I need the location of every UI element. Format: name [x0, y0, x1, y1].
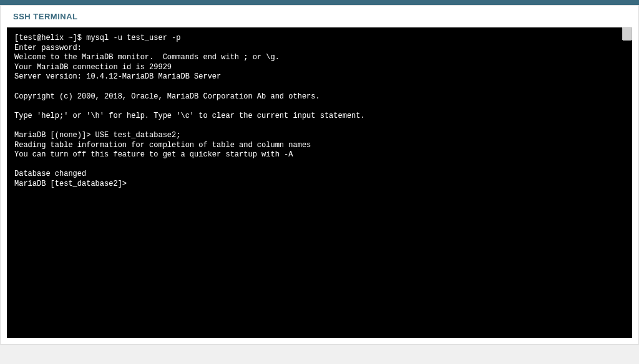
- terminal-line: Server version: 10.4.12-MariaDB MariaDB …: [14, 72, 221, 81]
- terminal-output[interactable]: [test@helix ~]$ mysql -u test_user -p En…: [7, 27, 632, 338]
- panel-title: SSH TERMINAL: [1, 6, 638, 27]
- terminal-line: Type 'help;' or '\h' for help. Type '\c'…: [14, 112, 365, 120]
- terminal-line: Reading table information for completion…: [14, 141, 311, 150]
- terminal-line: Copyright (c) 2000, 2018, Oracle, MariaD…: [14, 92, 320, 101]
- terminal-line: Enter password:: [14, 44, 82, 52]
- ssh-terminal-panel: SSH TERMINAL [test@helix ~]$ mysql -u te…: [0, 5, 639, 345]
- terminal-line: You can turn off this feature to get a q…: [14, 150, 293, 159]
- top-accent-bar: [0, 0, 639, 5]
- terminal-wrapper: [test@helix ~]$ mysql -u test_user -p En…: [7, 27, 632, 338]
- terminal-line: [test@helix ~]$ mysql -u test_user -p: [14, 34, 180, 42]
- terminal-line: Your MariaDB connection id is 29929: [14, 63, 172, 72]
- terminal-line: Welcome to the MariaDB monitor. Commands…: [14, 53, 280, 62]
- terminal-line: MariaDB [test_database2]>: [14, 180, 127, 188]
- terminal-line: MariaDB [(none)]> USE test_database2;: [14, 131, 180, 140]
- panel-body: [test@helix ~]$ mysql -u test_user -p En…: [1, 27, 638, 344]
- scrollbar-thumb[interactable]: [623, 28, 632, 41]
- terminal-line: Database changed: [14, 170, 86, 178]
- terminal-scrollbar[interactable]: [622, 27, 632, 40]
